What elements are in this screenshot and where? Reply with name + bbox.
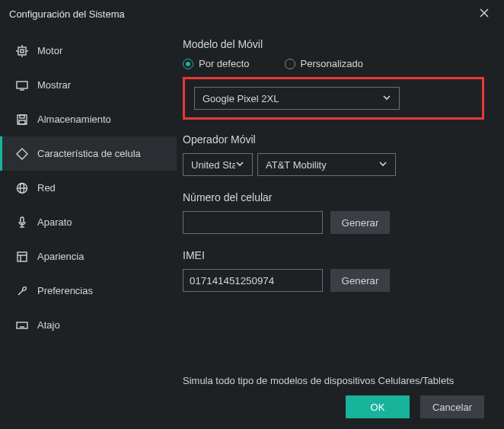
- model-radio-group: Por defecto Personalizado: [183, 58, 484, 69]
- globe-icon: [16, 182, 28, 194]
- svg-rect-12: [19, 120, 25, 124]
- radio-dot-icon: [285, 59, 295, 69]
- svg-rect-11: [20, 115, 24, 118]
- sidebar-item-mostrar[interactable]: Mostrar: [0, 68, 177, 102]
- display-icon: [16, 79, 28, 91]
- svg-rect-3: [21, 50, 24, 53]
- cpu-icon: [16, 45, 28, 57]
- description-text: Simula todo tipo de modelos de dispositi…: [183, 375, 454, 386]
- country-select-value: United States: [191, 159, 235, 171]
- chevron-down-icon: [382, 93, 391, 104]
- phone-section-label: Número del celular: [183, 191, 484, 203]
- imei-input[interactable]: [183, 269, 323, 292]
- sidebar-item-label: Mostrar: [37, 79, 71, 91]
- carrier-select[interactable]: AT&T Mobility: [257, 153, 396, 176]
- sidebar-item-label: Motor: [37, 45, 62, 56]
- chevron-down-icon: [235, 159, 244, 171]
- close-button[interactable]: [474, 3, 495, 24]
- radio-custom-label: Personalizado: [301, 58, 363, 69]
- sidebar-item-label: Almacenamiento: [37, 114, 111, 125]
- chevron-down-icon: [378, 159, 388, 171]
- model-select[interactable]: Google Pixel 2XL: [194, 87, 400, 110]
- footer-buttons: OK Cancelar: [346, 395, 484, 418]
- close-icon: [480, 8, 489, 20]
- main-panel: Modelo del Móvil Por defecto Personaliza…: [177, 27, 504, 429]
- generate-phone-button[interactable]: Generar: [330, 211, 390, 234]
- sidebar-item-label: Apariencia: [37, 251, 84, 262]
- svg-rect-22: [17, 322, 27, 328]
- model-highlight-box: Google Pixel 2XL: [183, 77, 484, 120]
- sidebar-item-caracteristica[interactable]: Característica de celula: [0, 136, 177, 171]
- generate-imei-button[interactable]: Generar: [330, 269, 390, 292]
- keyboard-icon: [16, 319, 28, 331]
- sidebar-item-label: Característica de celula: [37, 148, 141, 159]
- sidebar-item-preferencias[interactable]: Preferencias: [0, 274, 177, 308]
- ok-button[interactable]: OK: [346, 395, 410, 418]
- titlebar: Configuración del Sistema: [0, 0, 504, 27]
- sidebar-item-label: Atajo: [37, 319, 60, 331]
- radio-default-label: Por defecto: [199, 58, 250, 69]
- radio-dot-icon: [183, 59, 193, 69]
- sidebar-item-almacenamiento[interactable]: Almacenamiento: [0, 102, 177, 136]
- svg-rect-19: [18, 252, 27, 261]
- sidebar-item-motor[interactable]: Motor: [0, 34, 177, 68]
- model-select-value: Google Pixel 2XL: [203, 93, 279, 104]
- tag-icon: [16, 148, 28, 160]
- window-title: Configuración del Sistema: [9, 8, 125, 20]
- wrench-icon: [16, 285, 28, 297]
- carrier-select-value: AT&T Mobility: [266, 159, 327, 171]
- cancel-button[interactable]: Cancelar: [420, 395, 484, 418]
- sidebar-item-label: Red: [37, 182, 56, 194]
- sidebar-item-apariencia[interactable]: Apariencia: [0, 239, 177, 274]
- sidebar-item-label: Preferencias: [37, 285, 93, 296]
- microphone-icon: [16, 216, 28, 229]
- svg-rect-2: [18, 47, 26, 55]
- layout-icon: [16, 251, 28, 263]
- imei-section-label: IMEI: [183, 249, 484, 261]
- country-select[interactable]: United States: [183, 153, 253, 176]
- save-icon: [16, 114, 28, 126]
- carrier-section-label: Operador Móvil: [183, 133, 484, 146]
- radio-custom[interactable]: Personalizado: [285, 58, 363, 69]
- sidebar: Motor Mostrar Almacenamiento Característ…: [0, 27, 177, 429]
- radio-default[interactable]: Por defecto: [183, 58, 250, 69]
- sidebar-item-atajo[interactable]: Atajo: [0, 308, 177, 342]
- sidebar-item-red[interactable]: Red: [0, 171, 177, 205]
- sidebar-item-label: Aparato: [37, 216, 72, 228]
- svg-rect-16: [21, 217, 24, 223]
- sidebar-item-aparato[interactable]: Aparato: [0, 205, 177, 239]
- model-section-label: Modelo del Móvil: [183, 38, 484, 50]
- svg-rect-8: [17, 82, 27, 88]
- phone-input[interactable]: [183, 211, 323, 234]
